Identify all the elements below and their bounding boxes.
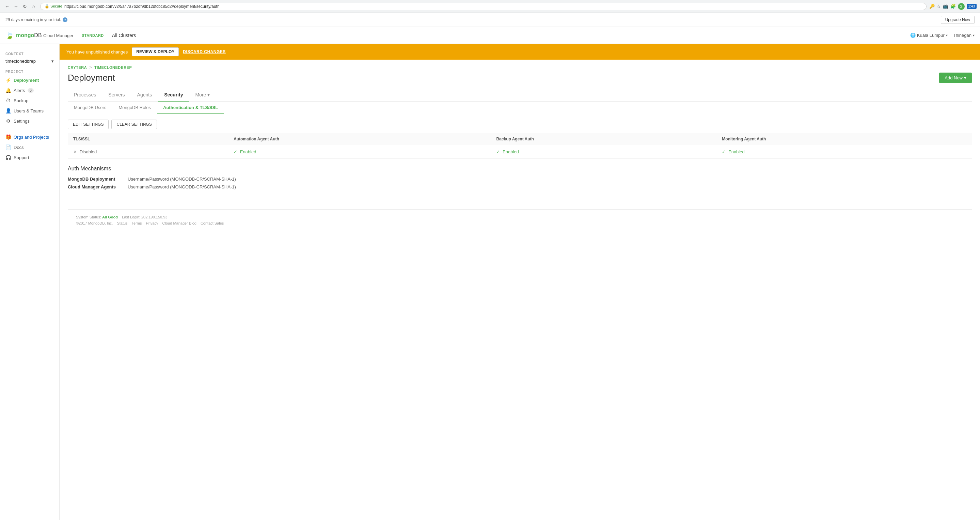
top-nav: 🍃 mongoDB Cloud Manager STANDARD All Clu… xyxy=(0,27,980,44)
add-new-button[interactable]: Add New ▾ xyxy=(939,73,972,83)
trial-bar: 29 days remaining in your trial. ? Upgra… xyxy=(0,13,980,27)
edit-settings-button[interactable]: EDIT SETTINGS xyxy=(68,120,109,129)
trial-info: 29 days remaining in your trial. ? xyxy=(5,18,67,22)
last-login: Last Login: 202.190.150.93 xyxy=(122,215,167,219)
logo-db: DB xyxy=(34,32,41,38)
footer-copyright: ©2017 MongoDB, Inc. xyxy=(76,221,113,225)
sub-tabs: MongoDB Users MongoDB Roles Authenticati… xyxy=(68,102,972,114)
user-dropdown-icon: ▾ xyxy=(973,33,975,37)
logo-mongo: mongo xyxy=(16,32,34,38)
breadcrumb-current[interactable]: TIMECLONEDBREP xyxy=(94,65,132,70)
sidebar-item-docs-label: Docs xyxy=(14,145,24,150)
monitoring-check-icon: ✓ xyxy=(722,149,725,155)
action-buttons: EDIT SETTINGS CLEAR SETTINGS xyxy=(68,114,972,133)
backup-auth-status: Enabled xyxy=(503,149,519,155)
col-monitoring-auth: Monitoring Agent Auth xyxy=(716,133,972,145)
nav-standard: STANDARD xyxy=(82,33,104,37)
sidebar-item-settings[interactable]: ⚙ Settings xyxy=(0,116,59,126)
footer-link-contact[interactable]: Contact Sales xyxy=(200,221,224,225)
sub-tab-mongodb-users[interactable]: MongoDB Users xyxy=(68,102,112,114)
nav-clusters[interactable]: All Clusters xyxy=(112,33,136,38)
sidebar-item-users-teams[interactable]: 👤 Users & Teams xyxy=(0,105,59,116)
logo-text: mongoDB Cloud Manager xyxy=(16,32,73,38)
page-header: Deployment Add New ▾ xyxy=(68,73,972,83)
footer-status: System Status: All Good Last Login: 202.… xyxy=(76,215,964,219)
tls-ssl-value: ✕ Disabled xyxy=(68,145,228,159)
alert-text: You have unpublished changes xyxy=(67,49,128,54)
alert-banner: You have unpublished changes REVIEW & DE… xyxy=(60,44,980,60)
tab-more[interactable]: More ▾ xyxy=(189,89,216,102)
tab-processes[interactable]: Processes xyxy=(68,89,102,102)
add-new-label: Add New xyxy=(945,75,963,80)
location-text: Kuala Lumpur xyxy=(917,33,945,38)
address-bar[interactable]: 🔒 Secure https://cloud.mongodb.com/v2/5a… xyxy=(40,3,926,10)
sidebar-item-support[interactable]: 🎧 Support xyxy=(0,152,59,163)
sidebar: CONTEXT timeclonedbrep ▾ PROJECT ⚡ Deplo… xyxy=(0,44,60,520)
logo-cloud: Cloud Manager xyxy=(43,33,73,38)
footer-link-terms[interactable]: Terms xyxy=(132,221,142,225)
refresh-button[interactable]: ↻ xyxy=(21,3,29,10)
tab-agents[interactable]: Agents xyxy=(131,89,158,102)
disabled-x-icon: ✕ xyxy=(73,149,77,155)
nav-user[interactable]: Thinegan ▾ xyxy=(953,33,975,38)
footer-link-blog[interactable]: Cloud Manager Blog xyxy=(162,221,196,225)
auth-mechanism-agents-value: Username/Password (MONGODB-CR/SCRAM-SHA-… xyxy=(128,184,236,190)
review-deploy-button[interactable]: REVIEW & DEPLOY xyxy=(132,47,179,56)
footer-link-privacy[interactable]: Privacy xyxy=(146,221,158,225)
sidebar-item-orgs[interactable]: 🎁 Orgs and Projects xyxy=(0,132,59,142)
browser-actions: 🔑 ☆ 📺 🧩 G 1:43 xyxy=(929,3,977,10)
sidebar-item-backup[interactable]: ⏱ Backup xyxy=(0,96,59,105)
alerts-icon: 🔔 xyxy=(5,88,11,93)
location-dropdown-icon: ▾ xyxy=(946,33,948,37)
home-button[interactable]: ⌂ xyxy=(30,3,37,10)
automation-auth-status: Enabled xyxy=(240,149,256,155)
back-button[interactable]: ← xyxy=(3,3,11,10)
col-automation-auth: Automation Agent Auth xyxy=(228,133,491,145)
page-title: Deployment xyxy=(68,73,115,83)
tab-security[interactable]: Security xyxy=(158,89,189,102)
forward-button[interactable]: → xyxy=(12,3,20,10)
puzzle-icon: 🧩 xyxy=(950,4,956,9)
sidebar-item-docs[interactable]: 📄 Docs xyxy=(0,142,59,152)
alerts-badge: 0 xyxy=(28,88,34,93)
monitoring-auth-status: Enabled xyxy=(729,149,745,155)
col-backup-auth: Backup Agent Auth xyxy=(491,133,716,145)
context-dropdown[interactable]: timeclonedbrep ▾ xyxy=(0,57,59,67)
backup-auth-value: ✓ Enabled xyxy=(491,145,716,159)
col-tls-ssl: TLS/SSL xyxy=(68,133,228,145)
sidebar-item-deployment-label: Deployment xyxy=(14,78,39,83)
footer-link-status[interactable]: Status xyxy=(117,221,127,225)
sub-tab-auth-tls[interactable]: Authentication & TLS/SSL xyxy=(157,102,224,114)
monitoring-auth-value: ✓ Enabled xyxy=(716,145,972,159)
breadcrumb-parent[interactable]: CRYTERA xyxy=(68,65,87,70)
sidebar-item-alerts[interactable]: 🔔 Alerts 0 xyxy=(0,85,59,96)
users-icon: 👤 xyxy=(5,108,11,113)
clear-settings-button[interactable]: CLEAR SETTINGS xyxy=(111,120,157,129)
tab-servers[interactable]: Servers xyxy=(102,89,131,102)
nav-location[interactable]: 🌐 Kuala Lumpur ▾ xyxy=(910,33,948,38)
key-icon: 🔑 xyxy=(929,4,935,9)
upgrade-now-button[interactable]: Upgrade Now xyxy=(941,16,975,24)
main-tabs: Processes Servers Agents Security More ▾ xyxy=(68,89,972,102)
support-icon: 🎧 xyxy=(5,155,11,160)
info-icon: ? xyxy=(63,18,67,22)
auth-mechanisms: Auth Mechanisms MongoDB Deployment Usern… xyxy=(68,159,972,196)
breadcrumb-separator: > xyxy=(89,65,92,70)
discard-changes-button[interactable]: DISCARD CHANGES xyxy=(183,49,226,54)
sidebar-item-deployment[interactable]: ⚡ Deployment xyxy=(0,75,59,85)
context-label: CONTEXT xyxy=(0,49,59,57)
sidebar-item-backup-label: Backup xyxy=(14,98,28,103)
auth-mechanism-agents-label: Cloud Manager Agents xyxy=(68,184,122,190)
sidebar-item-support-label: Support xyxy=(14,155,29,160)
logo-leaf-icon: 🍃 xyxy=(5,31,14,40)
star-icon[interactable]: ☆ xyxy=(937,4,941,9)
cast-icon: 📺 xyxy=(943,4,948,9)
sub-tab-mongodb-roles[interactable]: MongoDB Roles xyxy=(112,102,157,114)
add-new-dropdown-icon: ▾ xyxy=(964,75,966,80)
app-layout: CONTEXT timeclonedbrep ▾ PROJECT ⚡ Deplo… xyxy=(0,44,980,520)
auth-table: TLS/SSL Automation Agent Auth Backup Age… xyxy=(68,133,972,159)
auth-mechanism-row-agents: Cloud Manager Agents Username/Password (… xyxy=(68,184,972,190)
logo: 🍃 mongoDB Cloud Manager xyxy=(5,31,73,40)
auth-mechanism-deployment-value: Username/Password (MONGODB-CR/SCRAM-SHA-… xyxy=(128,177,236,182)
auth-mechanism-deployment-label: MongoDB Deployment xyxy=(68,177,122,182)
